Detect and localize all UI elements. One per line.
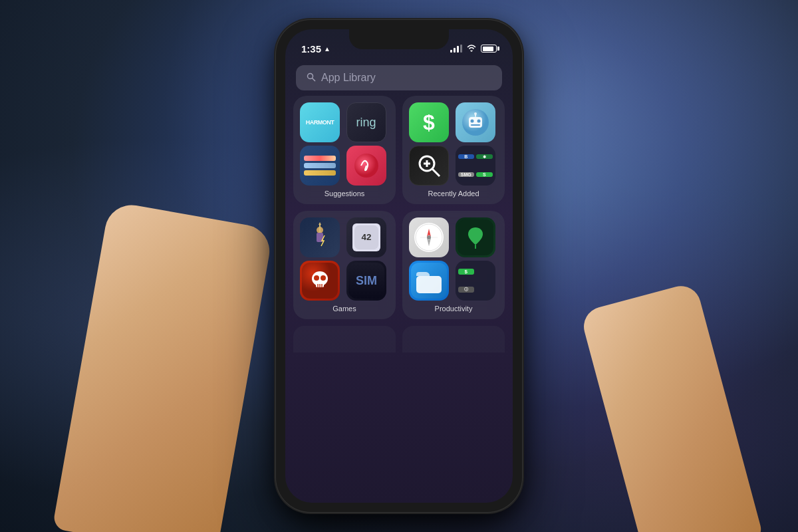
partial-folder-1 bbox=[293, 326, 396, 352]
productivity-label: Productivity bbox=[409, 305, 498, 313]
suggestions-apps: HARMONT ring bbox=[300, 102, 389, 186]
app-grid: HARMONT ring bbox=[285, 96, 513, 319]
games-apps: 42 bbox=[300, 217, 389, 301]
svg-line-1 bbox=[313, 78, 316, 81]
svg-point-9 bbox=[474, 112, 477, 115]
app-wallet[interactable] bbox=[300, 146, 340, 186]
svg-point-24 bbox=[321, 275, 326, 281]
svg-text:42: 42 bbox=[361, 232, 371, 242]
svg-rect-7 bbox=[471, 124, 480, 126]
battery-icon bbox=[481, 45, 497, 53]
svg-text:SIM: SIM bbox=[355, 274, 376, 287]
suggestions-label: Suggestions bbox=[300, 190, 389, 198]
svg-point-0 bbox=[308, 73, 313, 78]
app-files[interactable] bbox=[409, 261, 449, 301]
search-bar[interactable]: App Library bbox=[296, 65, 502, 90]
status-icons bbox=[450, 44, 497, 54]
app-safari[interactable] bbox=[409, 217, 449, 257]
productivity-folder[interactable]: $ ⓘ Productivity bbox=[402, 211, 505, 319]
app-mini-productivity[interactable]: $ ⓘ bbox=[456, 261, 495, 301]
phone-frame: 1:35 ▲ bbox=[276, 20, 522, 512]
productivity-apps: $ ⓘ bbox=[409, 217, 498, 301]
svg-line-11 bbox=[432, 169, 440, 176]
location-icon: ▲ bbox=[324, 45, 331, 53]
app-cash[interactable]: $ bbox=[409, 102, 449, 142]
app-sim[interactable]: SIM bbox=[346, 261, 386, 301]
phone-wrapper: 1:35 ▲ bbox=[276, 20, 522, 512]
app-search-plus[interactable] bbox=[409, 146, 449, 186]
bottom-partial-row bbox=[285, 326, 513, 352]
search-placeholder: App Library bbox=[321, 72, 376, 84]
app-robinhood[interactable] bbox=[456, 217, 495, 257]
notch bbox=[349, 29, 449, 49]
signal-icon bbox=[450, 45, 462, 53]
svg-rect-4 bbox=[469, 117, 482, 128]
app-game1[interactable] bbox=[300, 217, 340, 257]
app-nova[interactable] bbox=[346, 146, 386, 186]
app-harmony[interactable]: HARMONT bbox=[300, 102, 340, 142]
phone-screen: 1:35 ▲ bbox=[285, 29, 513, 503]
suggestions-folder[interactable]: HARMONT ring bbox=[293, 96, 396, 204]
svg-point-5 bbox=[470, 120, 473, 123]
partial-folder-2 bbox=[402, 326, 505, 352]
svg-rect-41 bbox=[416, 276, 442, 293]
app-multi[interactable]: B ✱ SMG S bbox=[456, 146, 495, 186]
app-ring[interactable]: ring bbox=[346, 102, 386, 142]
games-label: Games bbox=[300, 305, 389, 313]
app-skulls[interactable] bbox=[300, 261, 340, 301]
games-folder[interactable]: 42 bbox=[293, 211, 396, 319]
search-icon bbox=[307, 72, 316, 84]
recently-added-folder[interactable]: $ bbox=[402, 96, 505, 204]
svg-point-23 bbox=[314, 275, 319, 281]
grid-row-1: HARMONT ring bbox=[293, 96, 505, 204]
svg-point-37 bbox=[427, 235, 431, 239]
svg-point-6 bbox=[477, 120, 480, 123]
app-bot[interactable] bbox=[456, 102, 495, 142]
app-dice[interactable]: 42 bbox=[346, 217, 386, 257]
grid-row-2: 42 bbox=[293, 211, 505, 319]
recently-added-apps: $ bbox=[409, 102, 498, 186]
wifi-icon bbox=[466, 44, 477, 54]
status-time: 1:35 ▲ bbox=[301, 43, 331, 55]
recently-added-label: Recently Added bbox=[409, 190, 498, 198]
